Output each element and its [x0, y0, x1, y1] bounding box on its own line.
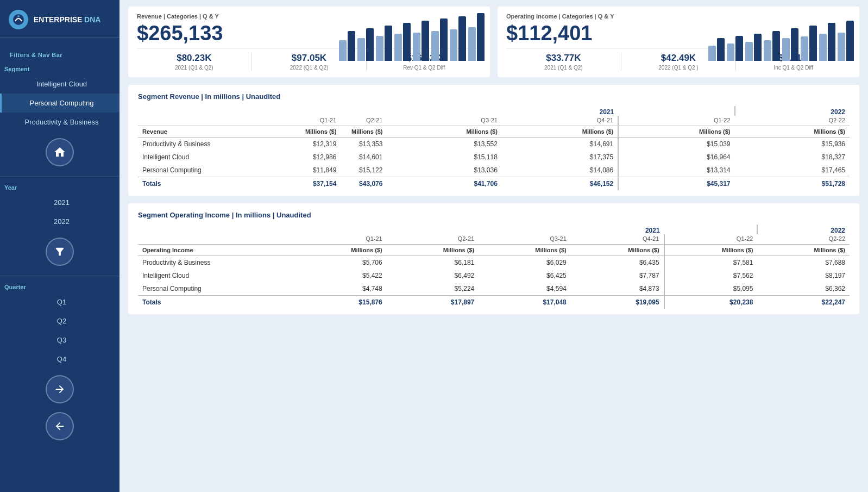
revenue-table-card: Segment Revenue | In millions | Unaudite…: [128, 85, 859, 196]
revenue-total-row: Totals $37,154 $43,076 $41,706 $46,152 $…: [138, 177, 850, 191]
table-row: Productivity & Business $12,319 $13,353 …: [138, 138, 850, 151]
income-table: 2021 2022 Q1-21 Q2-21 Q3-21 Q4-21 Q1-22 …: [138, 225, 850, 309]
forward-button[interactable]: [46, 375, 74, 403]
table-row: Personal Computing $4,748 $5,224 $4,594 …: [138, 282, 850, 296]
kpi-row: Revenue | Categories | Q & Y $265,133: [128, 7, 859, 77]
operating-kpi-card: Operating Income | Categories | Q & Y $1…: [498, 7, 859, 77]
revenue-col-header: Revenue Millions ($) Millions ($) Millio…: [138, 126, 850, 138]
revenue-quarter-header: Q1-21 Q2-21 Q3-21 Q4-21 Q1-22 Q2-22: [138, 116, 850, 126]
table-row: Productivity & Business $5,706 $6,181 $6…: [138, 256, 850, 270]
revenue-table-title: Segment Revenue | In millions | Unaudite…: [138, 92, 850, 101]
home-nav-area: [0, 132, 119, 173]
sidebar-item-q2[interactable]: Q2: [0, 312, 119, 331]
revenue-table: 2021 2022 Q1-21 Q2-21 Q3-21 Q4-21 Q1-22 …: [138, 106, 850, 190]
revenue-main-value: $265,133: [137, 23, 223, 43]
rev-sub-1: $80.23K 2021 (Q1 & Q2): [137, 53, 252, 71]
sidebar-item-2021[interactable]: 2021: [0, 193, 119, 212]
sidebar-item-productivity-business[interactable]: Productivity & Business: [0, 113, 119, 132]
income-quarter-header: Q1-21 Q2-21 Q3-21 Q4-21 Q1-22 Q2-22: [138, 234, 850, 245]
sidebar-header: ENTERPRISE DNA: [0, 0, 119, 38]
income-year-header: 2021 2022: [138, 225, 850, 234]
table-row: Intelligent Cloud $5,422 $6,492 $6,425 $…: [138, 269, 850, 282]
sidebar-item-q1[interactable]: Q1: [0, 292, 119, 312]
quarter-label: Quarter: [0, 279, 119, 292]
back-button[interactable]: [46, 412, 74, 440]
revenue-chart: [339, 11, 485, 61]
segment-section-label: Filters & Nav Bar: [5, 44, 114, 61]
income-col-header: Operating Income Millions ($) Millions (…: [138, 245, 850, 256]
logo-icon: [9, 10, 28, 29]
op-sub-1: $33.77K 2021 (Q1 & Q2): [506, 53, 621, 71]
sidebar-item-personal-computing[interactable]: Personal Computing: [0, 94, 119, 113]
revenue-kpi-card: Revenue | Categories | Q & Y $265,133: [128, 7, 490, 77]
table-row: Personal Computing $11,849 $15,122 $13,0…: [138, 164, 850, 177]
income-table-card: Segment Operating Income | In millions |…: [128, 203, 859, 314]
sidebar: ENTERPRISE DNA Filters & Nav Bar Segment…: [0, 0, 119, 492]
table-row: Intelligent Cloud $12,986 $14,601 $15,11…: [138, 151, 850, 164]
sidebar-item-q4[interactable]: Q4: [0, 350, 119, 369]
filter-button[interactable]: [46, 238, 74, 266]
operating-main-value: $112,401: [506, 23, 593, 43]
revenue-year-header: 2021 2022: [138, 106, 850, 116]
income-table-title: Segment Operating Income | In millions |…: [138, 211, 850, 219]
operating-chart: [708, 11, 854, 61]
main-content: Revenue | Categories | Q & Y $265,133: [119, 0, 868, 492]
sidebar-item-q3[interactable]: Q3: [0, 331, 119, 350]
sidebar-item-2022[interactable]: 2022: [0, 212, 119, 231]
segment-label: Segment: [0, 64, 119, 74]
svg-point-1: [17, 15, 20, 17]
income-total-row: Totals $15,876 $17,897 $17,048 $19,095 $…: [138, 296, 850, 309]
home-button[interactable]: [46, 138, 74, 166]
sidebar-item-intelligent-cloud[interactable]: Intelligent Cloud: [0, 74, 119, 94]
app-title: ENTERPRISE DNA: [34, 15, 100, 24]
year-label: Year: [0, 180, 119, 193]
